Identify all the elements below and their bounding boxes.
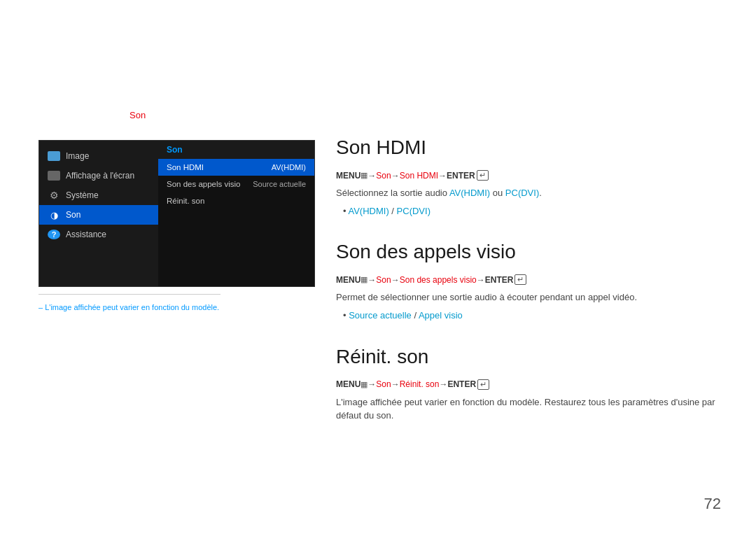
son-hdmi-menu-icon: ▦ [360, 171, 368, 180]
footnote-area: – L'image affichée peut varier en foncti… [38, 294, 315, 313]
reinit-son-arrow3: → [439, 379, 447, 389]
son-appels-menu-icon: ▦ [360, 275, 368, 284]
tv-sidebar-affichage: Affichage à l'écran [39, 166, 158, 185]
son-hdmi-separator: / [391, 206, 396, 216]
son-hdmi-description: Sélectionnez la sortie audio AV(HDMI) ou… [336, 186, 728, 200]
son-appels-menu-keyword: MENU [336, 275, 360, 285]
son-hdmi-step2: Son HDMI [400, 171, 438, 181]
son-appels-arrow3: → [477, 275, 485, 285]
tv-sidebar-assistance: ? Assistance [39, 225, 158, 244]
reinit-son-menu-path: MENU ▦ → Son → Réinit. son → ENTER ↵ [336, 379, 728, 390]
son-appels-appel-visio: Appel visio [419, 310, 463, 321]
son-appels-bullet-item: Source actuelle / Appel visio [343, 309, 728, 323]
breadcrumb: Son [130, 108, 146, 121]
son-hdmi-avhdmi-bullet: AV(HDMI) [348, 206, 388, 216]
son-appels-enter-label: ENTER [485, 275, 514, 285]
son-hdmi-arrow1: → [368, 171, 376, 181]
son-hdmi-bullet-item: AV(HDMI) / PC(DVI) [343, 204, 728, 219]
reinit-son-arrow1: → [368, 379, 376, 389]
son-appels-source-actuelle: Source actuelle [349, 310, 412, 321]
tv-menu-panel: Image Affichage à l'écran ⚙ Système ◑ So… [38, 140, 315, 287]
image-icon [48, 151, 60, 161]
tv-submenu-son-appels-value: Source actuelle [253, 180, 306, 188]
breadcrumb-label: Son [130, 110, 146, 120]
tv-submenu-son-appels-label: Son des appels visio [167, 180, 240, 188]
tv-submenu-header: Son [158, 141, 314, 159]
reinit-son-menu-icon: ▦ [360, 380, 368, 389]
reinit-son-title: Réinit. son [336, 346, 728, 368]
son-hdmi-pcdvi: PC(DVI) [505, 188, 539, 198]
son-hdmi-title: Son HDMI [336, 136, 728, 159]
son-hdmi-arrow2: → [391, 171, 400, 181]
son-appels-arrow2: → [391, 275, 400, 285]
tv-submenu-reinit-son-label: Réinit. son [167, 197, 204, 205]
footnote-divider [38, 294, 220, 295]
son-appels-enter-icon: ↵ [514, 274, 526, 285]
son-hdmi-arrow3: → [438, 171, 447, 181]
son-appels-bullet-list: Source actuelle / Appel visio [343, 309, 728, 323]
tv-submenu-son-hdmi: Son HDMI AV(HDMI) [158, 159, 314, 176]
page-number: 72 [704, 495, 721, 513]
systeme-icon: ⚙ [48, 190, 60, 200]
tv-sidebar-systeme: ⚙ Système [39, 185, 158, 205]
tv-submenu-reinit-son: Réinit. son [158, 192, 314, 209]
son-appels-step1: Son [376, 275, 391, 285]
tv-submenu-son-hdmi-label: Son HDMI [167, 163, 204, 171]
son-appels-arrow1: → [368, 275, 376, 285]
reinit-son-step1: Son [376, 379, 391, 389]
son-appels-title: Son des appels visio [336, 241, 728, 263]
son-appels-step2: Son des appels visio [400, 275, 477, 285]
son-hdmi-avhdmi: AV(HDMI) [449, 188, 490, 198]
reinit-son-step2: Réinit. son [400, 379, 440, 389]
tv-sidebar-son-label: Son [66, 210, 80, 220]
son-hdmi-enter-icon: ↵ [477, 170, 489, 181]
assistance-icon: ? [48, 230, 60, 239]
son-hdmi-bullet-list: AV(HDMI) / PC(DVI) [343, 204, 728, 219]
reinit-son-enter-label: ENTER [447, 379, 476, 389]
tv-sidebar-assistance-label: Assistance [66, 230, 106, 239]
section-son-hdmi: Son HDMI MENU ▦ → Son → Son HDMI → ENTER… [336, 136, 728, 218]
tv-sidebar-image: Image [39, 146, 158, 166]
section-son-appels: Son des appels visio MENU ▦ → Son → Son … [336, 241, 728, 323]
reinit-son-menu-keyword: MENU [336, 379, 360, 389]
display-icon [48, 171, 60, 181]
section-reinit-son: Réinit. son MENU ▦ → Son → Réinit. son →… [336, 346, 728, 423]
reinit-son-enter-icon: ↵ [477, 379, 489, 390]
son-icon: ◑ [48, 210, 60, 220]
son-hdmi-menu-path: MENU ▦ → Son → Son HDMI → ENTER ↵ [336, 170, 728, 181]
footnote-text: – L'image affichée peut varier en foncti… [38, 303, 219, 311]
tv-submenu: Son Son HDMI AV(HDMI) Son des appels vis… [158, 141, 314, 286]
tv-submenu-son-hdmi-value: AV(HDMI) [272, 163, 306, 171]
son-appels-description: Permet de sélectionner une sortie audio … [336, 290, 728, 304]
reinit-son-description: L'image affichée peut varier en fonction… [336, 395, 728, 423]
tv-sidebar: Image Affichage à l'écran ⚙ Système ◑ So… [39, 141, 158, 286]
content-area: Son HDMI MENU ▦ → Son → Son HDMI → ENTER… [336, 136, 728, 445]
tv-submenu-son-appels: Son des appels visio Source actuelle [158, 176, 314, 192]
tv-sidebar-son: ◑ Son [39, 205, 158, 225]
reinit-son-arrow2: → [391, 379, 400, 389]
tv-sidebar-affichage-label: Affichage à l'écran [66, 171, 134, 181]
son-hdmi-step1: Son [376, 171, 391, 181]
tv-sidebar-systeme-label: Système [66, 190, 99, 200]
son-appels-menu-path: MENU ▦ → Son → Son des appels visio → EN… [336, 274, 728, 285]
tv-sidebar-image-label: Image [66, 151, 89, 161]
son-hdmi-menu-keyword: MENU [336, 171, 360, 181]
son-hdmi-enter-label: ENTER [447, 171, 475, 181]
son-hdmi-pcdvi-bullet: PC(DVI) [397, 206, 430, 216]
